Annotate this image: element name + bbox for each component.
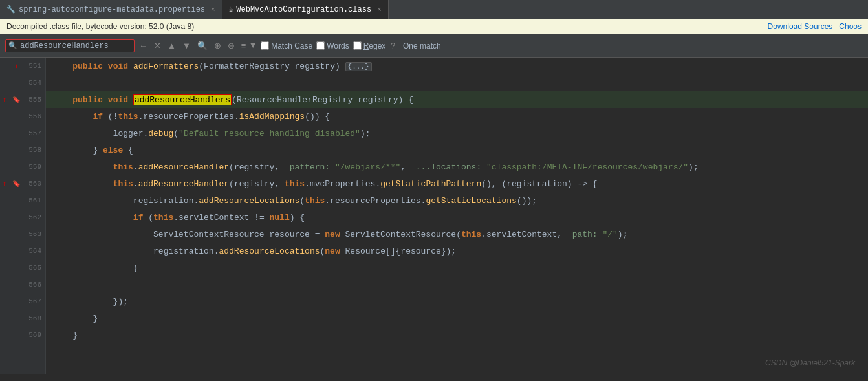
arrow-icon-555: ⬆ [0,95,9,104]
gutter-row-565: 565 [0,259,45,276]
words-checkbox[interactable] [316,41,325,50]
code-564: registration.addResourceLocations(new Re… [52,246,456,256]
arrow-icon-560: ⬆ [0,179,9,188]
code-551: public void addFormatters(FormatterRegis… [52,61,372,71]
search-option2-button[interactable]: ⊖ [226,41,237,50]
code-lines: public void addFormatters(FormatterRegis… [46,58,868,343]
gutter-row-564: 564 [0,243,45,259]
words-option[interactable]: Words [316,41,349,50]
line-num-558: 558 [23,146,41,154]
code-line-551: public void addFormatters(FormatterRegis… [46,58,868,74]
tab-label-webmvc: WebMvcAutoConfiguration.class [236,5,371,14]
search-input[interactable] [20,41,124,50]
code-568: } [52,314,98,323]
info-bar-actions: Download Sources Choos [768,22,862,31]
gutter-row-568: 568 [0,310,45,327]
choose-link[interactable]: Choos [839,22,862,31]
search-prev-button[interactable]: ← [137,41,149,50]
code-563: ServletContextResource resource = new Se… [52,230,627,239]
search-clear-button[interactable]: ✕ [152,41,163,50]
gutter-row-561: 561 [0,192,45,209]
empty-icon-557 [12,129,21,138]
code-line-559: this.addResourceHandler(registry, patter… [46,158,868,175]
code-line-564: registration.addResourceLocations(new Re… [46,243,868,259]
code-container: public void addFormatters(FormatterRegis… [46,58,868,374]
code-557: logger.debug("Default resource handling … [52,129,371,138]
code-line-565: } [46,259,868,276]
search-option3-button[interactable]: ≡ [239,41,248,50]
code-line-558: } else { [46,142,868,158]
line-num-554: 554 [23,79,41,87]
bookmark-icon-560: 🔖 [12,179,21,188]
code-line-556: if (!this.resourceProperties.isAddMappin… [46,108,868,125]
arrow-icon-551: ⬆ [12,61,21,71]
up-arrow-555: ⬆ [3,96,7,104]
tab-close-webmvc[interactable]: × [377,6,382,14]
up-arrow-551: ⬆ [14,62,19,71]
code-569: } [52,331,78,340]
words-label: Words [327,41,349,50]
bookmark-icon-555: 🔖 [12,95,21,104]
gutter-row-562: 562 [0,209,45,226]
watermark: CSDN @Daniel521-Spark [765,358,855,367]
search-option1-button[interactable]: ⊕ [212,41,223,50]
regex-checkbox[interactable] [353,41,362,50]
regex-label: Regex [363,41,386,50]
code-line-563: ServletContextResource resource = new Se… [46,226,868,243]
gutter-row-563: 563 [0,226,45,243]
code-line-557: logger.debug("Default resource handling … [46,125,868,142]
code-567: }); [52,297,128,307]
code-line-555: public void addResourceHandlers(Resource… [46,91,868,108]
gutter-row-559: 559 [0,158,45,175]
download-sources-link[interactable]: Download Sources [768,22,833,31]
line-num-566: 566 [23,281,41,288]
search-help-icon[interactable]: ? [391,41,395,50]
search-input-wrapper: 🔍 [5,39,135,52]
tab-close-spring[interactable]: × [211,6,215,14]
bookmark-560: 🔖 [12,180,20,188]
info-bar: Decompiled .class file, bytecode version… [0,19,868,34]
gutter-row-567: 567 [0,293,45,310]
line-num-561: 561 [23,197,41,204]
code-area: ⬆ 551 554 ⬆ 🔖 555 556 557 558 [0,58,868,374]
filter-icon: ▼ [250,41,255,50]
class-file-icon: ☕ [229,5,233,14]
code-line-560: this.addResourceHandler(registry, this.m… [46,175,868,192]
search-prev-occurrence-button[interactable]: ▲ [166,41,178,50]
gutter-row-551: ⬆ 551 [0,58,45,74]
gutter-row-566: 566 [0,276,45,293]
tab-spring-properties[interactable]: 🔧 spring-autoconfigure-metadata.properti… [0,0,222,19]
spring-file-icon: 🔧 [6,5,16,14]
code-562: if (this.servletContext != null) { [52,213,305,223]
up-arrow-560: ⬆ [3,180,7,188]
bookmark-555: 🔖 [12,96,20,103]
gutter-row-554: 554 [0,74,45,91]
match-case-option[interactable]: Match Case [261,41,312,50]
code-560: this.addResourceHandler(registry, this.m… [52,179,598,189]
match-count: One match [403,41,441,50]
empty-icon-556 [12,112,21,121]
search-find-button[interactable]: 🔍 [195,41,210,50]
match-case-checkbox[interactable] [261,41,269,50]
line-num-560: 560 [23,180,41,188]
code-566 [52,280,58,290]
line-num-565: 565 [23,264,41,272]
code-line-566 [46,276,868,293]
line-num-568: 568 [23,314,41,322]
code-line-554 [46,74,868,91]
empty-icon-554 [12,78,21,87]
code-554 [52,78,58,88]
gutter-row-556: 556 [0,108,45,125]
gutter-row-560: ⬆ 🔖 560 [0,175,45,192]
line-gutter: ⬆ 551 554 ⬆ 🔖 555 556 557 558 [0,58,46,374]
line-num-562: 562 [23,213,41,221]
code-559: this.addResourceHandler(registry, patter… [52,162,699,172]
tab-webmvc[interactable]: ☕ WebMvcAutoConfiguration.class × [222,0,389,19]
search-next-occurrence-button[interactable]: ▼ [180,41,193,50]
line-num-555: 555 [23,96,41,103]
code-line-567: }); [46,293,868,310]
regex-option[interactable]: Regex [353,41,386,50]
code-556: if (!this.resourceProperties.isAddMappin… [52,112,330,122]
line-num-564: 564 [23,247,41,255]
line-num-551: 551 [23,62,41,70]
